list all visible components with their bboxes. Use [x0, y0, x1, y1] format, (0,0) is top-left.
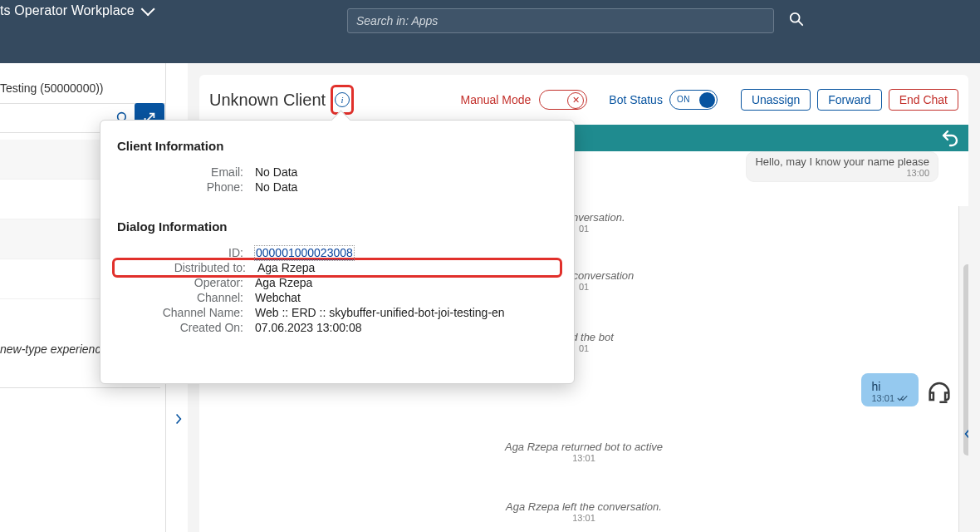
bot-status-label: Bot Status	[609, 93, 663, 106]
kv-row-channel-name: Channel Name: Web :: ERD :: skybuffer-un…	[117, 305, 557, 320]
kv-value: No Data	[255, 165, 557, 179]
kv-key: Email:	[117, 165, 255, 179]
svg-point-0	[791, 13, 800, 22]
system-message: Aga Rzepa returned bot to active 13:01	[199, 441, 968, 463]
kv-key: Phone:	[117, 180, 255, 194]
kv-value: Aga Rzepa	[257, 261, 555, 274]
operator-message-meta: 13:01	[871, 393, 909, 403]
operator-message-text: hi	[871, 380, 909, 393]
undo-icon[interactable]	[940, 128, 960, 148]
system-message-text: Aga Rzepa left the conversation.	[506, 500, 662, 513]
workplace-title-text: ts Operator Workplace	[0, 3, 135, 18]
system-message: Aga Rzepa left the conversation. 13:01	[199, 500, 968, 523]
headset-icon	[925, 377, 953, 406]
client-title: Unknown Client	[209, 91, 326, 110]
manual-mode-toggle[interactable]	[539, 90, 587, 110]
system-message-time: 13:01	[199, 513, 968, 523]
prev-bot-message: Hello, may I know your name please 13:00	[746, 151, 938, 182]
unassign-button[interactable]: Unassign	[741, 89, 811, 111]
kv-value: 07.06.2023 13:00:08	[255, 321, 557, 334]
info-icon-highlight: i	[331, 85, 354, 115]
system-message-time: 13:01	[199, 453, 968, 463]
kv-value: No Data	[255, 180, 557, 194]
kv-row-email: Email: No Data	[117, 165, 557, 180]
kv-value: Aga Rzepa	[255, 276, 557, 289]
search-placeholder-text: Search in: Apps	[356, 14, 438, 27]
kv-key: Operator:	[117, 276, 255, 289]
kv-row-id: ID: 000001000023008	[117, 245, 557, 260]
svg-line-1	[799, 22, 803, 26]
app-header: ts Operator Workplace Search in: Apps	[0, 0, 980, 63]
popover-section-header: Client Information	[117, 139, 557, 153]
workplace-dropdown[interactable]: ts Operator Workplace	[0, 0, 151, 21]
chevron-down-icon	[141, 2, 155, 16]
kv-key: Channel:	[117, 291, 255, 304]
prev-msg-time: 13:00	[755, 168, 929, 178]
dialog-id-link[interactable]: 000001000023008	[255, 246, 354, 260]
bot-on-text: ON	[677, 95, 690, 104]
info-icon[interactable]: i	[335, 92, 350, 107]
kv-value: Webchat	[255, 291, 557, 304]
end-chat-button[interactable]: End Chat	[889, 89, 958, 111]
operator-message-time: 13:01	[871, 393, 894, 403]
forward-button[interactable]: Forward	[817, 89, 881, 111]
kv-key: ID:	[117, 246, 255, 259]
kv-key: Created On:	[117, 321, 255, 334]
chat-titlebar: Unknown Client i Manual Mode Bot Status …	[199, 75, 968, 125]
popover-section-header: Dialog Information	[117, 219, 557, 234]
client-info-popover: Client Information Email: No Data Phone:…	[100, 120, 575, 384]
kv-value: Web :: ERD :: skybuffer-unified-bot-joi-…	[255, 306, 557, 319]
kv-key: Channel Name:	[117, 306, 255, 319]
system-message-text: Aga Rzepa returned bot to active	[505, 441, 663, 453]
search-icon[interactable]	[789, 12, 804, 27]
kv-row-phone: Phone: No Data	[117, 180, 557, 195]
collapse-chevron-icon[interactable]	[174, 412, 183, 426]
global-search-input[interactable]: Search in: Apps	[347, 8, 774, 33]
divider	[0, 387, 160, 388]
kv-value: 000001000023008	[255, 246, 557, 259]
sidebar-clipped-title: Testing (50000000))	[0, 81, 160, 95]
prev-msg-text: Hello, may I know your name please	[755, 155, 929, 168]
kv-row-channel: Channel: Webchat	[117, 290, 557, 305]
kv-key: Distributed to:	[120, 261, 257, 274]
scrollbar-track[interactable]	[958, 206, 968, 532]
manual-mode-label: Manual Mode	[460, 93, 531, 106]
operator-message-bubble: hi 13:01	[861, 373, 919, 406]
kv-row-created: Created On: 07.06.2023 13:00:08	[117, 320, 557, 335]
kv-row-operator: Operator: Aga Rzepa	[117, 275, 557, 290]
chevron-left-icon[interactable]	[963, 427, 968, 441]
bot-status-toggle[interactable]: ON	[669, 90, 718, 110]
